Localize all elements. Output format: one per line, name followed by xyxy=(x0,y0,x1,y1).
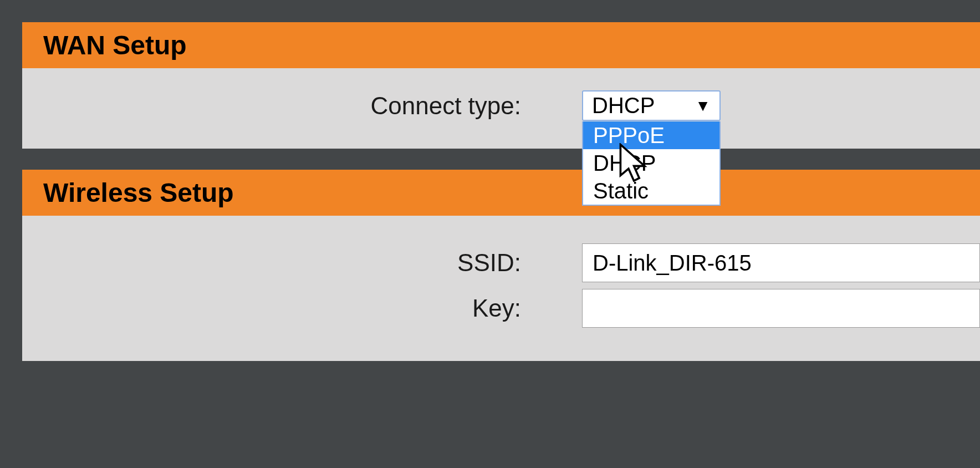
wireless-setup-header: Wireless Setup xyxy=(22,170,980,216)
key-control xyxy=(582,289,980,328)
ssid-label: SSID: xyxy=(22,249,582,277)
wan-setup-header: WAN Setup xyxy=(22,22,980,68)
connect-type-row: Connect type: DHCP ▼ PPPoE DHCP Static xyxy=(22,90,980,121)
key-input[interactable] xyxy=(582,289,980,328)
ssid-input[interactable] xyxy=(582,243,980,282)
ssid-row: SSID: xyxy=(22,243,980,282)
connect-type-label: Connect type: xyxy=(22,92,582,120)
connect-type-selected-value: DHCP xyxy=(592,93,655,118)
ssid-control xyxy=(582,243,980,282)
wireless-setup-section: Wireless Setup SSID: Key: xyxy=(22,170,980,361)
dropdown-option-static[interactable]: Static xyxy=(583,177,719,205)
connect-type-select[interactable]: DHCP ▼ xyxy=(582,90,721,121)
chevron-down-icon: ▼ xyxy=(695,97,711,115)
connect-type-dropdown: PPPoE DHCP Static xyxy=(582,121,721,206)
key-label: Key: xyxy=(22,294,582,322)
wan-setup-body: Connect type: DHCP ▼ PPPoE DHCP Static xyxy=(22,68,980,149)
dropdown-option-dhcp[interactable]: DHCP xyxy=(583,149,719,177)
dropdown-option-pppoe[interactable]: PPPoE xyxy=(583,121,719,149)
wan-setup-section: WAN Setup Connect type: DHCP ▼ PPPoE DHC… xyxy=(22,22,980,149)
connect-type-control: DHCP ▼ PPPoE DHCP Static xyxy=(582,90,721,121)
wireless-setup-body: SSID: Key: xyxy=(22,216,980,361)
key-row: Key: xyxy=(22,289,980,328)
